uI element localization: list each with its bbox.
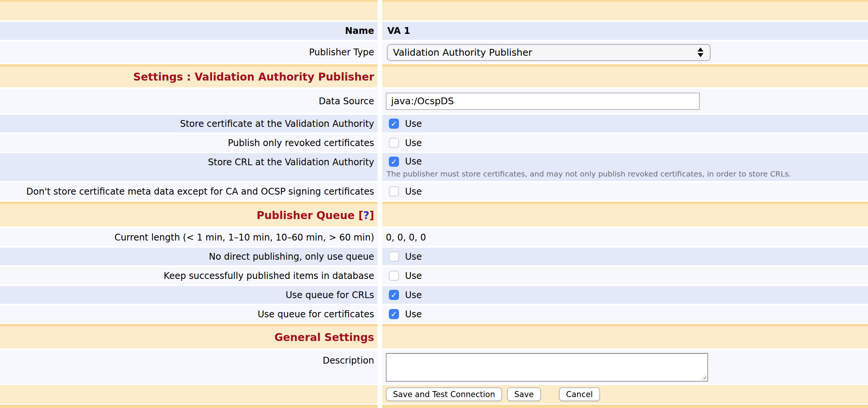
general-settings-section-title: General Settings bbox=[274, 331, 374, 344]
use-queue-crls-label: Use queue for CRLs bbox=[286, 290, 374, 300]
publisher-queue-section-title: Publisher Queue bbox=[257, 209, 355, 222]
checkbox-icon[interactable] bbox=[389, 271, 399, 281]
checkbox-icon[interactable] bbox=[389, 186, 399, 196]
publisher-type-selected-value: Validation Authority Publisher bbox=[393, 47, 532, 58]
section-band-bottom-right bbox=[382, 405, 868, 408]
name-row: Name VA 1 bbox=[0, 22, 868, 40]
section-band-top-left bbox=[0, 0, 378, 20]
name-label: Name bbox=[345, 26, 374, 36]
general-settings-section-header: General Settings bbox=[0, 324, 868, 349]
keep-published-items-checkbox[interactable]: Use bbox=[389, 271, 422, 281]
publish-only-revoked-label: Publish only revoked certificates bbox=[228, 138, 374, 148]
publisher-type-label: Publisher Type bbox=[309, 47, 374, 58]
store-crl-label: Store CRL at the Validation Authority bbox=[208, 157, 374, 167]
help-bracket-open: [ bbox=[358, 209, 363, 222]
use-label: Use bbox=[405, 251, 422, 262]
checkbox-icon[interactable] bbox=[389, 119, 399, 129]
data-source-label: Data Source bbox=[319, 96, 374, 107]
description-label: Description bbox=[323, 355, 374, 366]
use-queue-crls-row: Use queue for CRLs Use bbox=[0, 286, 868, 304]
use-label: Use bbox=[405, 290, 422, 300]
store-crl-row: Store CRL at the Validation Authority Us… bbox=[0, 153, 868, 181]
store-certificate-checkbox[interactable]: Use bbox=[389, 119, 422, 129]
data-source-row: Data Source bbox=[0, 89, 868, 113]
section-band-top-right bbox=[382, 0, 868, 20]
use-queue-crls-checkbox[interactable]: Use bbox=[389, 290, 422, 300]
checkbox-icon[interactable] bbox=[389, 290, 399, 300]
data-source-input[interactable] bbox=[386, 93, 700, 110]
checkbox-icon[interactable] bbox=[389, 157, 399, 167]
actions-row: Save and Test Connection Save Cancel bbox=[0, 385, 868, 403]
description-row: Description bbox=[0, 350, 868, 384]
use-label: Use bbox=[405, 186, 422, 197]
use-queue-certificates-checkbox[interactable]: Use bbox=[389, 309, 422, 320]
store-crl-note: The publisher must store certificates, a… bbox=[387, 169, 791, 178]
current-length-row: Current length (< 1 min, 1–10 min, 10–60… bbox=[0, 228, 868, 246]
use-label: Use bbox=[405, 271, 422, 281]
no-direct-publishing-row: No direct publishing, only use queue Use bbox=[0, 248, 868, 265]
use-label: Use bbox=[405, 309, 422, 320]
current-length-label: Current length (< 1 min, 1–10 min, 10–60… bbox=[114, 232, 374, 243]
checkbox-icon[interactable] bbox=[389, 251, 399, 262]
keep-published-items-label: Keep successfully published items in dat… bbox=[164, 271, 374, 281]
checkbox-icon[interactable] bbox=[389, 309, 399, 319]
publisher-queue-section-header: Publisher Queue [?] bbox=[0, 202, 868, 227]
current-length-value: 0, 0, 0, 0 bbox=[386, 232, 426, 243]
no-direct-publishing-checkbox[interactable]: Use bbox=[389, 251, 422, 262]
column-gap bbox=[378, 405, 382, 408]
settings-section-title: Settings : Validation Authority Publishe… bbox=[133, 71, 374, 83]
name-value: VA 1 bbox=[387, 26, 410, 36]
use-queue-certificates-label: Use queue for certificates bbox=[257, 309, 374, 320]
publisher-queue-help-link[interactable]: ? bbox=[363, 209, 369, 222]
publisher-type-row: Publisher Type Validation Authority Publ… bbox=[0, 41, 868, 63]
cancel-button[interactable]: Cancel bbox=[559, 387, 600, 401]
save-and-test-connection-button[interactable]: Save and Test Connection bbox=[386, 387, 502, 401]
settings-section-header: Settings : Validation Authority Publishe… bbox=[0, 64, 868, 87]
section-band-bottom-left bbox=[0, 405, 378, 408]
dont-store-meta-label: Don't store certificate meta data except… bbox=[26, 186, 374, 197]
column-gap bbox=[378, 0, 382, 20]
help-bracket-close: ] bbox=[369, 209, 374, 222]
checkbox-icon[interactable] bbox=[389, 138, 399, 148]
keep-published-items-row: Keep successfully published items in dat… bbox=[0, 267, 868, 285]
use-queue-certificates-row: Use queue for certificates Use bbox=[0, 305, 868, 323]
select-spinner-icon bbox=[697, 47, 704, 57]
store-certificate-label: Store certificate at the Validation Auth… bbox=[180, 119, 374, 129]
publish-only-revoked-checkbox[interactable]: Use bbox=[389, 138, 422, 148]
use-label: Use bbox=[405, 138, 422, 148]
publish-only-revoked-row: Publish only revoked certificates Use bbox=[0, 134, 868, 152]
dont-store-meta-checkbox[interactable]: Use bbox=[389, 186, 422, 197]
use-label: Use bbox=[405, 156, 422, 167]
chevron-down-icon bbox=[697, 53, 704, 57]
publisher-type-select[interactable]: Validation Authority Publisher bbox=[387, 44, 711, 61]
description-textarea[interactable] bbox=[386, 353, 708, 382]
save-button[interactable]: Save bbox=[507, 387, 541, 401]
chevron-up-icon bbox=[697, 47, 704, 52]
section-band-bottom bbox=[0, 405, 868, 408]
use-label: Use bbox=[405, 119, 422, 129]
section-band-top bbox=[0, 0, 868, 20]
store-certificate-row: Store certificate at the Validation Auth… bbox=[0, 115, 868, 132]
dont-store-meta-row: Don't store certificate meta data except… bbox=[0, 183, 868, 200]
store-crl-checkbox[interactable]: Use bbox=[389, 156, 422, 167]
no-direct-publishing-label: No direct publishing, only use queue bbox=[209, 251, 374, 262]
